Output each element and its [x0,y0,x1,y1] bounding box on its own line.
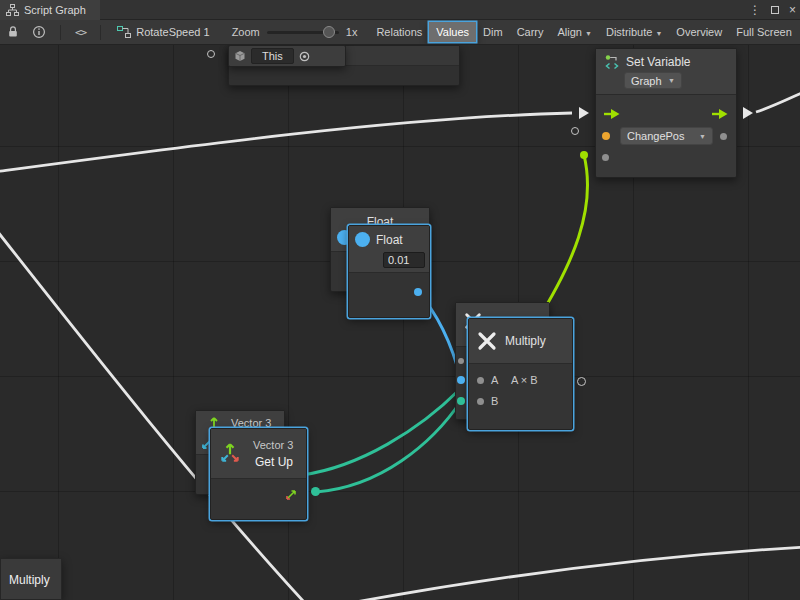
toolbar-separator [60,25,61,40]
vector3-axes-icon [219,441,241,463]
node-title: Float [376,233,403,247]
align-dropdown[interactable]: Align▼ [551,22,599,42]
input-b-port[interactable] [477,398,484,405]
zoom-label: Zoom [232,26,260,38]
edit-source-button[interactable]: <> [69,26,92,39]
flow-out-external-arrow[interactable] [743,107,753,119]
multiply-output-port[interactable] [577,377,586,386]
node-vector3-get-up[interactable]: Vector 3 Get Up [210,428,307,520]
chevron-down-icon: ▼ [699,133,706,140]
lime-wire-endpoint[interactable] [580,151,588,159]
variable-name-port[interactable] [602,132,610,140]
zoom-control: Zoom 1x [232,26,358,38]
flow-in-arrow-icon[interactable] [604,109,620,119]
graph-asset-icon [117,26,131,38]
result-label: A × B [511,374,538,386]
lock-icon [6,25,20,39]
distribute-dropdown[interactable]: Distribute▼ [599,22,669,42]
node-title: Vector 3 [253,439,293,451]
relations-toggle[interactable]: Relations [369,22,429,42]
toolbar-separator [100,25,101,40]
wire-flow-left[interactable] [0,113,572,172]
this-label[interactable]: This [251,48,294,64]
this-input-port[interactable] [207,50,215,58]
variable-kind-dropdown[interactable]: Graph ▼ [624,72,682,89]
zoom-value: 1x [346,26,358,38]
info-button[interactable] [26,25,52,39]
dim-toggle[interactable]: Dim [476,22,510,42]
tab-label: Script Graph [24,4,86,16]
node-set-variable[interactable]: Set Variable Graph ▼ ChangePos ▼ [595,48,737,178]
values-toggle[interactable]: Values [429,22,476,42]
window-controls: ⋮ × [749,0,796,20]
target-port-icon[interactable] [299,51,310,62]
zoom-slider-knob[interactable] [323,26,335,38]
chevron-down-icon: ▼ [655,30,662,37]
float-icon [355,232,370,247]
wire-flow-right[interactable] [756,91,800,112]
cube-icon [234,50,246,62]
multiply-icon [477,331,497,351]
flow-in-external-arrow[interactable] [579,107,589,119]
node-title: Multiply [9,573,50,587]
node-subtitle: Get Up [255,455,293,469]
unconnected-port[interactable] [571,127,579,135]
set-variable-icon [604,54,620,70]
lock-button[interactable] [0,25,26,39]
input-b-label: B [491,395,498,407]
get-up-output-port[interactable] [311,487,320,496]
close-icon[interactable]: × [789,0,796,20]
node-title: Multiply [505,334,546,348]
info-icon [32,25,46,39]
carry-toggle[interactable]: Carry [510,22,551,42]
node-multiply-corner[interactable]: Multiply [0,558,62,600]
stray-port[interactable] [458,358,464,364]
graph-toolbar: <> RotateSpeed 1 Zoom 1x Relations Value… [0,20,800,45]
graph-canvas[interactable]: This Set Variable Graph ▼ [0,45,800,600]
input-a-label: A [491,374,498,386]
node-float[interactable]: Float [348,225,430,318]
graph-breadcrumb[interactable]: RotateSpeed 1 [109,26,217,38]
teal-wire-endpoint[interactable] [457,397,465,405]
more-menu-icon[interactable]: ⋮ [749,0,761,20]
blue-wire-endpoint[interactable] [457,376,465,384]
node-header: Float [349,226,429,273]
zoom-slider[interactable] [267,31,339,34]
fullscreen-button[interactable]: Full Screen [729,22,799,42]
flow-out-arrow-icon[interactable] [712,109,728,119]
variable-name-dropdown[interactable]: ChangePos ▼ [620,127,713,145]
float-output-port[interactable] [414,288,422,296]
graph-name: RotateSpeed 1 [136,26,209,38]
node-header: Vector 3 Get Up [211,429,306,479]
wire-relation-bottom[interactable] [318,547,800,600]
maximize-icon[interactable] [771,6,779,14]
up-arrow-icon [208,416,220,428]
wire-vector-teal-2[interactable] [302,390,459,475]
script-graph-icon [6,4,19,16]
value-input-port[interactable] [602,154,609,161]
node-header: Set Variable Graph ▼ [596,49,736,95]
float-value-input[interactable] [383,252,425,268]
titlebar: Script Graph ⋮ × [0,0,800,20]
tab-script-graph[interactable]: Script Graph [0,0,100,20]
toolbar-toggles: Relations Values Dim Carry Align▼ Distri… [369,22,798,42]
variable-out-port[interactable] [720,133,727,140]
node-multiply[interactable]: Multiply A A × B B [468,318,573,430]
wire-value-lime[interactable] [534,155,588,326]
code-icon: <> [75,26,86,39]
overview-button[interactable]: Overview [669,22,729,42]
axes-mini-icon [285,489,297,501]
node-title: Set Variable [626,55,690,69]
input-a-port[interactable] [477,377,484,384]
chevron-down-icon: ▼ [585,30,592,37]
unity-script-graph-window: Script Graph ⋮ × <> RotateSpeed 1 Zoom 1… [0,0,800,600]
node-header: Multiply [469,319,572,364]
chevron-down-icon: ▼ [668,77,675,84]
node-this[interactable]: This [228,45,346,67]
wire-vector-teal-1[interactable] [316,401,461,492]
